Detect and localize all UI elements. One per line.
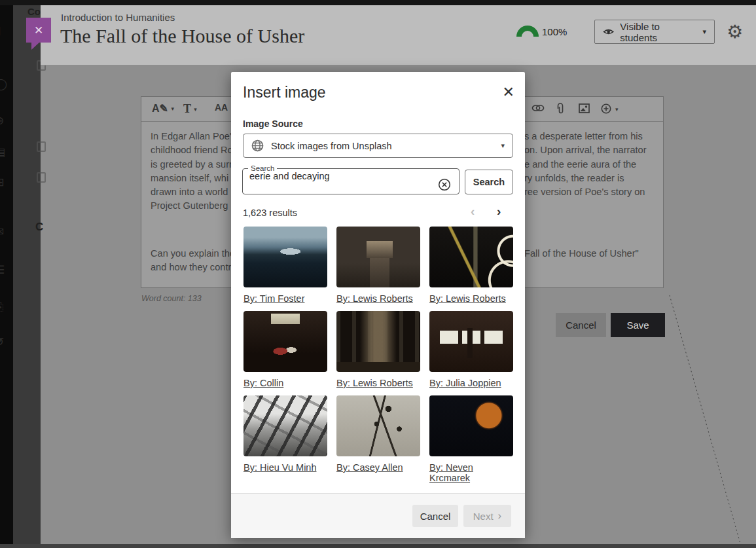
- next-page-icon[interactable]: ›: [497, 204, 501, 219]
- image-result-cell: By: Hieu Vu Minh: [243, 395, 327, 480]
- photographer-credit-link[interactable]: By: Collin: [243, 378, 283, 388]
- stock-image-plane-wreck[interactable]: [243, 227, 327, 287]
- stock-image-ring-lights[interactable]: [429, 227, 513, 287]
- modal-cancel-button[interactable]: Cancel: [412, 505, 458, 527]
- close-panel-button[interactable]: ✕: [26, 18, 51, 43]
- image-result-cell: By: Tim Foster: [243, 227, 327, 311]
- photographer-credit-link[interactable]: By: Hieu Vu Minh: [243, 462, 316, 473]
- modal-title: Insert image: [243, 84, 326, 101]
- image-result-cell: By: Lewis Roberts: [429, 227, 513, 311]
- previous-page-icon: ‹: [471, 204, 475, 219]
- modal-footer: Cancel Next ›: [231, 493, 525, 538]
- close-icon[interactable]: ✕: [503, 84, 514, 101]
- clear-search-icon[interactable]: [438, 178, 451, 194]
- image-source-select[interactable]: Stock images from Unsplash ▾: [243, 134, 513, 158]
- next-chevron-icon: ›: [498, 509, 502, 522]
- image-result-cell: By: Casey Allen: [336, 395, 420, 480]
- photographer-credit-link[interactable]: By: Casey Allen: [336, 462, 403, 473]
- search-button[interactable]: Search: [465, 170, 513, 194]
- image-source-label: Image Source: [243, 119, 303, 129]
- stock-image-abandoned-hall[interactable]: [243, 311, 327, 372]
- image-result-cell: By: Lewis Roberts: [336, 311, 420, 395]
- caret-down-icon: ▾: [501, 141, 505, 150]
- photographer-credit-link[interactable]: By: Lewis Roberts: [429, 293, 506, 304]
- image-result-cell: By: Neven Krcmarek: [429, 395, 513, 480]
- modal-next-button[interactable]: Next ›: [463, 505, 511, 527]
- image-source-value: Stock images from Unsplash: [271, 141, 392, 151]
- stock-image-phone-booth[interactable]: [336, 227, 420, 287]
- image-result-cell: By: Collin: [243, 311, 327, 395]
- search-input[interactable]: [243, 171, 406, 187]
- photographer-credit-link[interactable]: By: Neven Krcmarek: [429, 462, 513, 483]
- photographer-credit-link[interactable]: By: Julia Joppien: [429, 378, 501, 388]
- image-result-cell: By: Lewis Roberts: [336, 227, 420, 311]
- stock-image-dark-room[interactable]: [429, 311, 513, 372]
- photographer-credit-link[interactable]: By: Tim Foster: [243, 293, 304, 304]
- photographer-credit-link[interactable]: By: Lewis Roberts: [336, 293, 413, 304]
- insert-image-modal: Insert image ✕ Image Source Stock images…: [231, 72, 525, 538]
- globe-icon: [251, 139, 264, 152]
- stock-image-vultures-tree[interactable]: [336, 395, 420, 456]
- photographer-credit-link[interactable]: By: Lewis Roberts: [336, 378, 413, 388]
- stock-image-orange-moon[interactable]: [429, 395, 513, 456]
- image-results-grid: By: Tim Foster By: Lewis Roberts By: Lew…: [243, 227, 515, 480]
- results-count: 1,623 results: [243, 208, 297, 218]
- stock-image-ruins[interactable]: [243, 395, 327, 456]
- stock-image-corridor[interactable]: [336, 311, 420, 372]
- bottom-band: [0, 544, 756, 548]
- search-fieldset: Search: [242, 164, 459, 194]
- image-result-cell: By: Julia Joppien: [429, 311, 513, 395]
